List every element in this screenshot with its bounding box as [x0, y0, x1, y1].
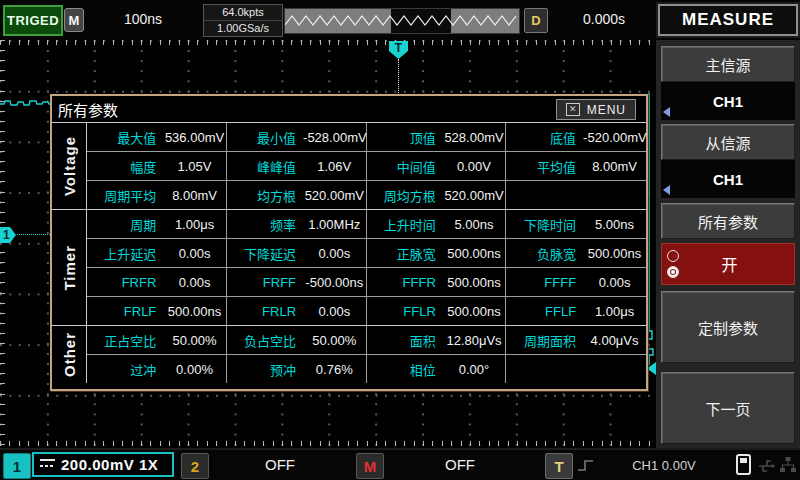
param-row: 过冲0.00%预冲0.76%相位0.00° — [87, 354, 646, 383]
graticule-ticks-bottom — [0, 441, 656, 446]
dialog-titlebar: 所有参数 ✕ MENU — [52, 96, 646, 122]
custom-params-button[interactable]: 定制参数 — [661, 291, 795, 363]
param-row: FRFR0.00sFRFF-500.00nsFFFR500.00nsFFFF0.… — [87, 267, 646, 296]
param-row: 周期平均8.00mV均方根520.00mV周均方根520.00mV — [87, 180, 646, 209]
param-label: 周期平均 — [87, 186, 163, 205]
usb-icon — [757, 456, 775, 476]
channel1-scale-box[interactable]: 200.00mV 1X — [32, 452, 174, 477]
param-cell: FRLF500.00ns — [87, 297, 227, 325]
trigger-position-line — [398, 59, 399, 95]
dc-coupling-icon — [40, 459, 55, 470]
secondary-source-button[interactable]: 从信源 — [661, 124, 795, 160]
bottom-status-bar: 1 200.00mV 1X 2 OFF M OFF T CH1 0.00V — [0, 448, 800, 480]
param-cell: 峰峰值1.06V — [227, 152, 367, 180]
param-cell: 上升延迟0.00s — [87, 239, 227, 267]
trigger-status-badge: TRIGED — [3, 5, 63, 36]
param-value: 0.00° — [443, 362, 505, 377]
param-value: 4.00μVs — [583, 333, 646, 348]
param-label: 底值 — [506, 128, 583, 147]
param-label: 正脉宽 — [367, 244, 443, 263]
main-source-button[interactable]: 主信源 — [661, 46, 795, 82]
radio-off-icon — [667, 250, 679, 262]
param-cell: 正占空比50.00% — [87, 326, 227, 354]
param-label: 预冲 — [227, 360, 303, 379]
param-value: 500.00ns — [443, 275, 505, 290]
radio-on-icon — [667, 266, 679, 278]
param-value: -520.00mV — [583, 130, 646, 145]
param-label: 上升延迟 — [87, 244, 163, 263]
button-label: 下一页 — [705, 398, 750, 419]
value-label: CH1 — [713, 93, 743, 110]
trigger-level-icon[interactable] — [647, 362, 656, 375]
main-source-value[interactable]: CH1 — [661, 82, 795, 120]
param-value: 5.00ns — [443, 217, 505, 232]
menu-close-icon: ✕ — [566, 103, 580, 116]
channel1-marker[interactable]: 1 — [0, 227, 16, 243]
param-label: 下降延迟 — [227, 244, 303, 263]
param-cell: 顶值528.00mV — [367, 123, 507, 151]
param-cell: 过冲0.00% — [87, 355, 227, 383]
param-cell — [506, 355, 646, 383]
param-table: Voltage最大值536.00mV最小值-528.00mV顶值528.00mV… — [52, 122, 646, 383]
param-label: 上升时间 — [367, 215, 443, 234]
param-label: 过冲 — [87, 360, 163, 379]
button-label: 定制参数 — [698, 317, 758, 338]
acquisition-info-box: 64.0kpts 1.00GSa/s — [203, 4, 283, 37]
next-page-button[interactable]: 下一页 — [661, 372, 795, 444]
trigger-source-readout: CH1 0.00V — [604, 458, 724, 473]
trigger-position-marker[interactable]: T — [389, 41, 408, 59]
delay-button[interactable]: D — [524, 8, 548, 33]
param-value: 0.76% — [303, 362, 365, 377]
param-label: 周均方根 — [367, 186, 443, 205]
param-row: 正占空比50.00%负占空比50.00%面积12.80μVs周期面积4.00μV… — [87, 326, 646, 354]
param-value: 520.00mV — [303, 188, 365, 203]
param-value: 8.00mV — [163, 188, 225, 203]
param-label: FFFF — [506, 275, 583, 290]
section-label: Voltage — [52, 123, 87, 209]
trigger-badge[interactable]: T — [545, 453, 573, 479]
param-row: 周期1.00μs频率1.00MHz上升时间5.00ns下降时间5.00ns — [87, 210, 646, 238]
param-label: 峰峰值 — [227, 157, 303, 176]
horizontal-menu-button[interactable]: M — [64, 8, 84, 32]
param-cell: 最小值-528.00mV — [227, 123, 367, 151]
all-params-on-toggle[interactable]: 开 — [661, 243, 795, 285]
param-cell: FFLR500.00ns — [367, 297, 507, 325]
dialog-title: 所有参数 — [58, 99, 118, 120]
channel1-badge[interactable]: 1 — [3, 453, 31, 479]
math-badge[interactable]: M — [356, 453, 384, 479]
param-label: 中间值 — [367, 157, 443, 176]
param-value: 500.00ns — [443, 304, 505, 319]
lan-icon — [779, 456, 797, 476]
waveform-preview[interactable] — [284, 8, 520, 34]
param-label: 最大值 — [87, 128, 163, 147]
param-label: 周期面积 — [506, 331, 583, 350]
sidebar: 主信源CH1从信源CH1所有参数开定制参数下一页 — [656, 40, 800, 448]
param-label: 相位 — [367, 360, 443, 379]
param-value: 1.00MHz — [303, 217, 365, 232]
trigger-position-readout: 0.000s — [556, 11, 652, 27]
button-label: 所有参数 — [698, 211, 758, 232]
param-cell: 中间值0.00V — [367, 152, 507, 180]
param-row: FRLF500.00nsFRLR0.00sFFLR500.00nsFFLF1.0… — [87, 296, 646, 325]
param-cell: 周期平均8.00mV — [87, 181, 227, 209]
param-value: 520.00mV — [443, 188, 505, 203]
dialog-menu-button[interactable]: ✕ MENU — [556, 99, 636, 120]
section-label: Other — [52, 326, 87, 383]
channel2-badge[interactable]: 2 — [181, 453, 209, 479]
param-cell: 平均值8.00mV — [506, 152, 646, 180]
param-label: 顶值 — [367, 128, 443, 147]
param-cell: 均方根520.00mV — [227, 181, 367, 209]
math-status: OFF — [385, 456, 535, 473]
all-params-button[interactable]: 所有参数 — [661, 203, 795, 239]
param-cell: 幅度1.05V — [87, 152, 227, 180]
param-section-timer: Timer周期1.00μs频率1.00MHz上升时间5.00ns下降时间5.00… — [52, 209, 646, 325]
param-label: FFFR — [367, 275, 443, 290]
param-label: 平均值 — [506, 157, 583, 176]
param-label: FFLR — [367, 304, 443, 319]
secondary-source-value[interactable]: CH1 — [661, 160, 795, 198]
button-label: 从信源 — [705, 132, 750, 153]
param-value: -500.00ns — [303, 275, 365, 290]
param-value: 0.00s — [303, 246, 365, 261]
param-value: 528.00mV — [443, 130, 505, 145]
param-cell: 负脉宽500.00ns — [506, 239, 646, 267]
